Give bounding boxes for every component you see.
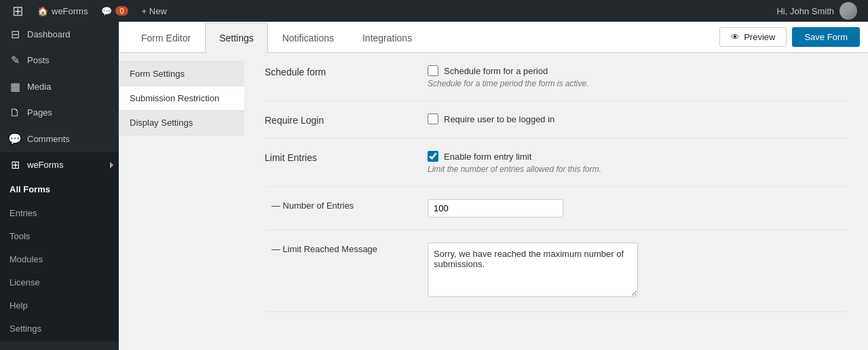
sidebar-item-label: Comments: [27, 133, 70, 145]
tab-bar: Form Editor Settings Notifications Integ…: [119, 22, 868, 53]
limit-entries-checkbox[interactable]: [428, 151, 438, 162]
require-login-check-label: Require user to be logged in: [444, 114, 554, 124]
home-icon: 🏠: [37, 6, 48, 16]
tab-bar-actions: 👁 Preview Save Form: [719, 27, 860, 47]
preview-label: Preview: [744, 32, 775, 42]
require-login-checkbox[interactable]: [428, 113, 438, 124]
settings-content: Schedule form Schedule form for a period…: [244, 53, 868, 350]
sidebar-item-posts[interactable]: ✎ Posts: [0, 48, 119, 73]
sidebar-item-label: weForms: [27, 159, 63, 171]
sidebar-item-modules[interactable]: Modules: [0, 248, 119, 271]
limit-entries-label: Limit Entries: [265, 151, 414, 163]
number-entries-label: — Number of Entries: [265, 199, 414, 211]
new-content[interactable]: + New: [135, 0, 174, 22]
setting-row-limit-entries: Limit Entries Enable form entry limit Li…: [265, 139, 848, 187]
limit-entries-check-label: Enable form entry limit: [444, 152, 531, 162]
schedule-check-label: Schedule form for a period: [444, 66, 548, 76]
comment-icon: 💬: [101, 6, 112, 16]
media-icon: ▦: [8, 80, 22, 94]
comments-link[interactable]: 💬 0: [94, 0, 134, 22]
tab-form-editor[interactable]: Form Editor: [127, 22, 205, 53]
setting-row-require-login: Require Login Require user to be logged …: [265, 101, 848, 139]
sidebar-item-label: Media: [27, 81, 51, 93]
submission-restriction-label: Submission Restriction: [130, 93, 219, 103]
settings-nav-submission-restriction[interactable]: Submission Restriction: [119, 86, 244, 111]
display-settings-label: Display Settings: [130, 118, 193, 128]
sidebar-item-license[interactable]: License: [0, 271, 119, 294]
tab-integrations-label: Integrations: [362, 33, 412, 43]
sidebar-item-weforms[interactable]: ⊞ weForms: [0, 152, 119, 178]
sidebar-item-media[interactable]: ▦ Media: [0, 74, 119, 100]
preview-button[interactable]: 👁 Preview: [719, 27, 787, 47]
posts-icon: ✎: [8, 53, 22, 68]
setting-row-limit-message: — Limit Reached Message Sorry, we have r…: [265, 230, 848, 312]
require-login-label: Require Login: [265, 113, 414, 126]
license-label: License: [10, 277, 40, 289]
sidebar-item-settings[interactable]: Settings: [0, 317, 119, 340]
limit-entries-control: Enable form entry limit Limit the number…: [428, 151, 848, 174]
tab-settings-label: Settings: [219, 33, 254, 43]
eye-icon: 👁: [731, 32, 740, 42]
limit-message-textarea[interactable]: Sorry, we have reached the maximum numbe…: [428, 243, 638, 297]
help-label: Help: [10, 300, 28, 312]
schedule-control: Schedule form for a period Schedule for …: [428, 65, 848, 88]
number-entries-control: [428, 199, 848, 217]
number-entries-input[interactable]: [428, 199, 563, 217]
sidebar-item-comments[interactable]: 💬 Comments: [0, 126, 119, 152]
tab-notifications[interactable]: Notifications: [268, 22, 348, 53]
tab-form-editor-label: Form Editor: [141, 33, 191, 43]
wp-logo[interactable]: ⊞: [5, 0, 31, 22]
sidebar-item-dashboard[interactable]: ⊟ Dashboard: [0, 22, 119, 48]
site-name[interactable]: 🏠 weForms: [31, 0, 94, 22]
save-form-label: Save Form: [804, 32, 848, 42]
sidebar-item-label: Pages: [27, 107, 52, 119]
limit-entries-check-row: Enable form entry limit: [428, 151, 848, 162]
require-login-control: Require user to be logged in: [428, 113, 848, 124]
sidebar-item-all-forms[interactable]: All Forms: [0, 178, 119, 201]
sidebar-item-label: Dashboard: [27, 29, 71, 41]
settings-nav-form-settings[interactable]: Form Settings: [119, 61, 244, 86]
save-form-button[interactable]: Save Form: [792, 27, 860, 47]
admin-bar-right: Hi, John Smith: [776, 2, 863, 20]
tab-settings[interactable]: Settings: [205, 22, 268, 53]
wp-icon: ⊞: [12, 3, 24, 19]
settings-nav-display-settings[interactable]: Display Settings: [119, 111, 244, 135]
main-content: Form Editor Settings Notifications Integ…: [119, 22, 868, 350]
schedule-checkbox[interactable]: [428, 65, 438, 76]
settings-label: Settings: [10, 323, 41, 335]
sidebar: ⊟ Dashboard ✎ Posts ▦ Media 🗋 Pages 💬 Co…: [0, 22, 119, 350]
sidebar-item-help[interactable]: Help: [0, 294, 119, 317]
modules-label: Modules: [10, 253, 43, 266]
require-login-check-row: Require user to be logged in: [428, 113, 848, 124]
entries-label: Entries: [10, 207, 37, 220]
tab-integrations[interactable]: Integrations: [348, 22, 426, 53]
tab-notifications-label: Notifications: [282, 33, 334, 43]
comments-badge: 0: [115, 6, 128, 16]
all-forms-label: All Forms: [10, 183, 50, 196]
limit-message-label: — Limit Reached Message: [265, 243, 414, 254]
form-settings-label: Form Settings: [130, 69, 185, 79]
new-label: + New: [142, 6, 167, 16]
arrow-icon: [110, 162, 113, 169]
sidebar-item-label: Posts: [27, 54, 50, 67]
schedule-check-row: Schedule form for a period: [428, 65, 848, 76]
admin-bar: ⊞ 🏠 weForms 💬 0 + New Hi, John Smith: [0, 0, 868, 22]
site-title: weForms: [52, 6, 88, 16]
weforms-icon: ⊞: [8, 158, 22, 173]
comments-icon: 💬: [8, 132, 22, 147]
limit-entries-desc: Limit the number of entries allowed for …: [428, 164, 848, 174]
admin-bar-left: ⊞ 🏠 weForms 💬 0 + New: [5, 0, 776, 22]
sidebar-item-tools[interactable]: Tools: [0, 225, 119, 248]
limit-message-control: Sorry, we have reached the maximum numbe…: [428, 243, 848, 299]
dashboard-icon: ⊟: [8, 27, 22, 42]
settings-nav: Form Settings Submission Restriction Dis…: [119, 53, 244, 350]
sidebar-item-entries[interactable]: Entries: [0, 202, 119, 225]
sidebar-item-pages[interactable]: 🗋 Pages: [0, 100, 119, 126]
tools-label: Tools: [10, 230, 30, 243]
user-greeting: Hi, John Smith: [776, 6, 834, 16]
setting-row-schedule: Schedule form Schedule form for a period…: [265, 53, 848, 101]
settings-layout: Form Settings Submission Restriction Dis…: [119, 53, 868, 350]
tab-bar-tabs: Form Editor Settings Notifications Integ…: [127, 22, 426, 52]
sidebar-submenu: All Forms Entries Tools Modules License …: [0, 178, 119, 340]
user-avatar[interactable]: [839, 2, 857, 20]
